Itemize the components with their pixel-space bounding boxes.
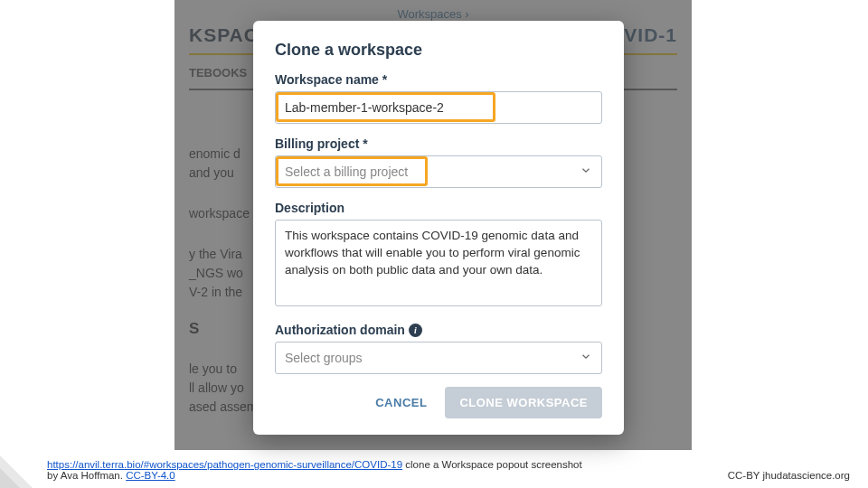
footer: https://anvil.terra.bio/#workspaces/path… [47, 459, 850, 481]
clone-workspace-modal: Clone a workspace Workspace name * Billi… [253, 21, 624, 435]
clone-workspace-button[interactable]: CLONE WORKSPACE [445, 387, 602, 418]
modal-title: Clone a workspace [275, 41, 602, 60]
info-icon[interactable]: i [409, 324, 422, 337]
billing-project-placeholder: Select a billing project [285, 164, 408, 179]
modal-actions: CANCEL CLONE WORKSPACE [275, 387, 602, 418]
auth-domain-select[interactable]: Select groups [275, 342, 602, 374]
footer-right: CC-BY jhudatascience.org [728, 470, 850, 481]
workspace-name-input[interactable] [275, 91, 602, 124]
footer-desc: clone a Workspace popout screenshot [402, 459, 582, 470]
description-label: Description [275, 201, 602, 215]
auth-domain-label-text: Authorization domain [275, 323, 405, 337]
auth-domain-label: Authorization domain i [275, 323, 602, 337]
billing-project-label: Billing project * [275, 136, 602, 151]
corner-decoration [0, 437, 51, 488]
footer-left: https://anvil.terra.bio/#workspaces/path… [47, 459, 582, 481]
billing-project-select[interactable]: Select a billing project [275, 155, 602, 188]
description-textarea[interactable] [275, 220, 602, 306]
source-link[interactable]: https://anvil.terra.bio/#workspaces/path… [47, 459, 402, 470]
license-link[interactable]: CC-BY-4.0 [126, 470, 175, 481]
chevron-down-icon [580, 351, 592, 366]
footer-byline: by Ava Hoffman. [47, 470, 126, 481]
auth-domain-placeholder: Select groups [285, 351, 363, 365]
chevron-down-icon [580, 164, 592, 180]
cancel-button[interactable]: CANCEL [372, 389, 430, 417]
workspace-name-label: Workspace name * [275, 72, 602, 87]
